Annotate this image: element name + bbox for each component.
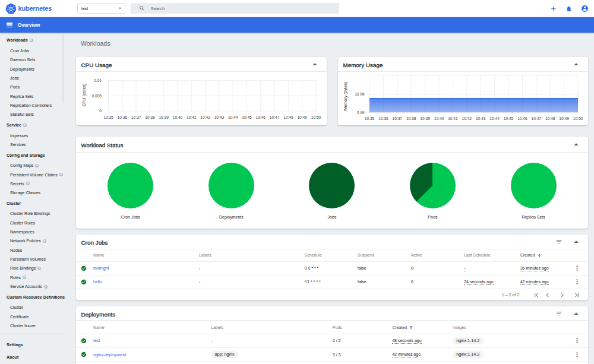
sidebar-item[interactable]: Role BindingsN bbox=[0, 264, 67, 273]
sidebar-section-label: Custom Resource Definitions bbox=[7, 295, 65, 299]
notifications-button[interactable] bbox=[561, 0, 577, 17]
dropdown-caret-icon bbox=[118, 6, 122, 11]
last-page-button[interactable] bbox=[569, 290, 583, 300]
x-tick-label: 10:40 bbox=[434, 116, 444, 121]
sidebar-section-header[interactable]: Custom Resource Definitions bbox=[0, 293, 67, 302]
sidebar-item[interactable]: Replica Sets bbox=[0, 92, 67, 101]
create-button[interactable] bbox=[546, 0, 561, 17]
namespaced-badge-icon: N bbox=[26, 182, 30, 185]
sidebar-item[interactable]: SecretsN bbox=[0, 179, 67, 188]
row-menu-icon[interactable] bbox=[573, 337, 581, 344]
relative-time: 42 minutes ago bbox=[392, 352, 421, 357]
x-tick-label: 10:37 bbox=[131, 115, 141, 119]
sidebar-item[interactable]: About bbox=[0, 351, 67, 363]
sidebar-item-label: Cron Jobs bbox=[10, 49, 29, 53]
sidebar-section-header[interactable]: ServiceN bbox=[0, 121, 67, 129]
sidebar-item[interactable]: Cluster Issuer bbox=[0, 321, 67, 330]
column-header[interactable]: Schedule bbox=[305, 253, 358, 257]
column-header[interactable]: Last Schedule bbox=[464, 253, 520, 257]
column-header[interactable]: Suspend bbox=[358, 253, 411, 257]
sidebar-item-label: Jobs bbox=[10, 76, 19, 80]
sidebar-item[interactable]: Jobs bbox=[0, 74, 67, 83]
sidebar-item[interactable]: Network PoliciesN bbox=[0, 236, 67, 245]
toolbar-actions bbox=[546, 0, 592, 17]
sidebar-scrollbar[interactable] bbox=[62, 33, 64, 103]
sidebar-item[interactable]: Service AccountsN bbox=[0, 282, 67, 291]
sidebar-item-label: Config Maps bbox=[10, 163, 33, 167]
search-input[interactable] bbox=[151, 6, 317, 11]
column-header[interactable]: Created bbox=[520, 253, 573, 257]
collapse-caret-icon[interactable] bbox=[573, 239, 579, 245]
sidebar-item[interactable]: Cluster Role Bindings bbox=[0, 209, 67, 218]
collapse-caret-icon[interactable] bbox=[573, 141, 579, 147]
x-tick-label: 10:44 bbox=[228, 115, 238, 119]
sidebar-item[interactable]: Storage Classes bbox=[0, 188, 67, 197]
filter-icon[interactable] bbox=[555, 238, 563, 245]
sidebar-item[interactable]: Settings bbox=[0, 338, 67, 351]
pods-pie-chart[interactable] bbox=[410, 163, 456, 208]
sidebar-item[interactable]: Ingresses bbox=[0, 131, 67, 140]
sidebar-item[interactable]: Daemon Sets bbox=[0, 55, 67, 64]
resource-name-link[interactable]: midnight bbox=[93, 266, 109, 270]
column-header[interactable]: Name bbox=[93, 253, 199, 257]
namespaced-badge-icon: N bbox=[59, 173, 63, 176]
column-header[interactable]: Labels bbox=[211, 325, 333, 330]
replica-sets-pie-chart[interactable] bbox=[511, 163, 557, 208]
column-header[interactable]: Created bbox=[392, 325, 453, 330]
column-header[interactable]: Name bbox=[93, 325, 211, 330]
sidebar-item[interactable]: Certificate bbox=[0, 312, 67, 321]
namespace-select[interactable]: test bbox=[77, 3, 125, 14]
sidebar-section-header[interactable]: WorkloadsN bbox=[0, 36, 67, 45]
collapse-caret-icon[interactable] bbox=[312, 61, 318, 67]
jobs-pie-chart[interactable] bbox=[309, 163, 355, 208]
menu-icon[interactable] bbox=[7, 23, 12, 27]
next-page-button[interactable] bbox=[555, 290, 569, 300]
column-header[interactable]: Labels bbox=[199, 253, 305, 257]
column-header[interactable]: Pods bbox=[333, 325, 392, 330]
column-header-label: Labels bbox=[199, 253, 211, 257]
sidebar-section-header[interactable]: Config and Storage bbox=[0, 150, 67, 159]
sidebar-item[interactable]: Stateful Sets bbox=[0, 110, 67, 119]
sidebar-item[interactable]: Cluster Roles bbox=[0, 219, 67, 227]
sidebar-item[interactable]: Persistent Volumes bbox=[0, 255, 67, 264]
kubernetes-brand[interactable]: kubernetes bbox=[5, 2, 52, 14]
account-button[interactable] bbox=[577, 0, 592, 17]
sidebar-section-header[interactable]: Cluster bbox=[0, 199, 67, 208]
collapse-caret-icon[interactable] bbox=[573, 311, 579, 316]
cron-jobs-pie-chart[interactable] bbox=[108, 163, 153, 208]
sidebar-item-label: Daemon Sets bbox=[10, 58, 35, 62]
cell-name: test bbox=[93, 338, 211, 343]
row-menu-icon[interactable] bbox=[573, 351, 581, 359]
x-tick-label: 10:44 bbox=[489, 116, 500, 121]
sidebar-item[interactable]: Cluster bbox=[0, 303, 67, 312]
filter-icon[interactable] bbox=[555, 310, 563, 317]
row-menu-icon[interactable] bbox=[573, 278, 581, 286]
resource-name-link[interactable]: hello bbox=[93, 280, 102, 284]
column-header-label: Labels bbox=[211, 325, 223, 330]
sidebar-item[interactable]: Deployments bbox=[0, 65, 67, 74]
sidebar-item[interactable]: Namespaces bbox=[0, 227, 67, 236]
sidebar-item-label: Storage Classes bbox=[10, 191, 40, 195]
first-page-button[interactable] bbox=[530, 290, 544, 300]
sidebar-item[interactable]: Replication Controllers bbox=[0, 101, 67, 110]
sidebar-section-label: Config and Storage bbox=[7, 153, 45, 157]
column-header[interactable]: Active bbox=[411, 253, 464, 257]
x-tick-label: 10:39 bbox=[159, 115, 169, 119]
sidebar-item[interactable]: Persistent Volume ClaimsN bbox=[0, 170, 67, 179]
sidebar-item[interactable]: Config MapsN bbox=[0, 161, 67, 170]
sidebar-item[interactable]: Cron Jobs bbox=[0, 46, 67, 55]
sidebar: WorkloadsNCron JobsDaemon SetsDeployment… bbox=[0, 33, 67, 364]
column-header-label: Last Schedule bbox=[464, 253, 490, 257]
resource-name-link[interactable]: nginx-deployment bbox=[93, 353, 126, 357]
sidebar-item[interactable]: Services bbox=[0, 140, 67, 149]
sidebar-item[interactable]: Pods bbox=[0, 83, 67, 91]
table-row: midnight-0 0 * * *false0-36 minutes ago bbox=[76, 262, 588, 276]
deployments-pie-chart[interactable] bbox=[208, 163, 254, 208]
column-header[interactable]: Images bbox=[453, 325, 573, 330]
resource-name-link[interactable]: test bbox=[93, 338, 100, 343]
sidebar-item[interactable]: RolesN bbox=[0, 273, 67, 282]
row-menu-icon[interactable] bbox=[573, 264, 581, 272]
search-bar[interactable] bbox=[131, 3, 339, 14]
sidebar-item[interactable]: Nodes bbox=[0, 246, 67, 255]
collapse-caret-icon[interactable] bbox=[573, 61, 579, 67]
